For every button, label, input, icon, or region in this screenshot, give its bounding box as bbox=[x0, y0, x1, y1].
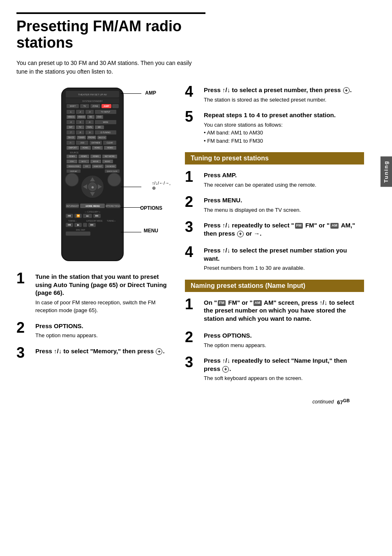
tuning-section-header: Tuning to preset stations bbox=[185, 152, 364, 164]
svg-text:·RETURN/EXIT: ·RETURN/EXIT bbox=[66, 205, 79, 207]
step-3-number: 3 bbox=[16, 345, 31, 360]
svg-text:TUNING –: TUNING – bbox=[68, 220, 77, 222]
step-5-content: Repeat steps 1 to 4 to preset another st… bbox=[204, 111, 364, 145]
svg-text:AMP: AMP bbox=[104, 105, 109, 107]
svg-text:MULTI N: MULTI N bbox=[99, 137, 105, 139]
svg-text:MUSIC: MUSIC bbox=[105, 160, 111, 162]
svg-point-108 bbox=[108, 173, 121, 186]
svg-text:2CH/: 2CH/ bbox=[70, 160, 74, 162]
step-1-number: 1 bbox=[16, 271, 31, 286]
remote-container: AMP ↑/↓/←/→,⊕ OPTIONS MENU bbox=[16, 86, 173, 264]
svg-text:⏭: ⏭ bbox=[95, 214, 99, 218]
svg-text:.1: .1 bbox=[70, 111, 71, 113]
naming-step-1: 1 On "FM FM" or "AM AM" screen, press ↑/… bbox=[185, 299, 364, 324]
naming-step-2-heading: Press OPTIONS. bbox=[204, 331, 364, 340]
tuning-step-1: 1 Press AMP. The receiver can be operate… bbox=[185, 171, 364, 189]
svg-text:GUI MODE: GUI MODE bbox=[106, 165, 115, 167]
svg-text:-/--: -/-- bbox=[69, 142, 72, 144]
svg-text:TUNER: TUNER bbox=[78, 137, 85, 139]
circle-plus-icon-3: + bbox=[237, 231, 244, 237]
svg-text:⊕: ⊕ bbox=[91, 185, 94, 189]
step-2-number: 2 bbox=[16, 320, 31, 335]
step-5-list-item-2: FM band: FM1 to FM30 bbox=[204, 137, 364, 145]
tuning-step-2-content: Press MENU. The menu is displayed on the… bbox=[204, 196, 364, 214]
svg-text:RESOLUTION: RESOLUTION bbox=[69, 165, 79, 167]
svg-text:CLEAR: CLEAR bbox=[106, 142, 113, 144]
svg-text:SHIFT: SHIFT bbox=[70, 105, 76, 107]
svg-text:MD: MD bbox=[98, 126, 101, 128]
svg-text:.7: .7 bbox=[70, 131, 71, 134]
svg-text:DVD: DVD bbox=[97, 116, 101, 118]
svg-text:MOVIE: MOVIE bbox=[93, 160, 99, 162]
label-amp: AMP bbox=[145, 90, 156, 96]
svg-text:SYSTEM STANDBY: SYSTEM STANDBY bbox=[82, 100, 103, 102]
svg-text:TUNING +: TUNING + bbox=[107, 220, 115, 222]
label-line-options bbox=[121, 207, 141, 208]
tuning-step-4: 4 Press ↑/↓ to select the preset number … bbox=[185, 246, 364, 272]
svg-text:HDMI1: HDMI1 bbox=[83, 147, 88, 149]
footer: continued 67GB bbox=[16, 398, 364, 405]
step-2-body: The option menu appears. bbox=[35, 331, 173, 340]
step-4-body: The station is stored as the selected pr… bbox=[204, 96, 364, 104]
svg-text:OPTIONS TOOLS: OPTIONS TOOLS bbox=[106, 205, 121, 207]
main-content: Presetting FM/AM radio stations You can … bbox=[0, 0, 380, 556]
label-line-menu bbox=[121, 232, 141, 232]
svg-text:.5: .5 bbox=[79, 121, 81, 123]
naming-step-1-heading: On "FM FM" or "AM AM" screen, press ↑/↓ … bbox=[204, 299, 364, 323]
step-1: 1 Tune in the station that you want to p… bbox=[16, 273, 173, 315]
svg-text:HDMI OUT: HDMI OUT bbox=[94, 165, 102, 167]
page-container: Tuning Presetting FM/AM radio stations Y… bbox=[0, 0, 392, 556]
svg-text:·HOME MENU: ·HOME MENU bbox=[85, 205, 100, 207]
tuning-step-2: 2 Press MENU. The menu is displayed on t… bbox=[185, 196, 364, 214]
svg-text:THEATER FM SET UP AV: THEATER FM SET UP AV bbox=[78, 93, 107, 96]
label-options: OPTIONS bbox=[140, 205, 162, 211]
naming-step-1-content: On "FM FM" or "AM AM" screen, press ↑/↓ … bbox=[204, 299, 364, 324]
naming-step-2-number: 2 bbox=[185, 330, 200, 345]
svg-text:HDMI4: HDMI4 bbox=[69, 155, 75, 158]
naming-step-3-body: The soft keyboard appears on the screen. bbox=[204, 374, 364, 382]
step-5: 5 Repeat steps 1 to 4 to preset another … bbox=[185, 111, 364, 145]
svg-text:BD: BD bbox=[90, 116, 92, 118]
tuning-step-1-body: The receiver can be operated using the r… bbox=[204, 181, 364, 189]
naming-step-2-content: Press OPTIONS. The option menu appears. bbox=[204, 331, 364, 349]
svg-text:SA-CD: SA-CD bbox=[68, 137, 74, 139]
step-3-content: Press ↑/↓ to select "Memory," then press… bbox=[35, 347, 173, 357]
circle-plus-icon-2: + bbox=[343, 87, 350, 94]
continued-text: continued bbox=[312, 399, 334, 405]
svg-text:.8: .8 bbox=[79, 131, 81, 134]
tuning-step-3-heading: Press ↑/↓ repeatedly to select "FM FM" o… bbox=[204, 221, 364, 237]
tuning-step-1-heading: Press AMP. bbox=[204, 171, 364, 179]
svg-text:.9: .9 bbox=[89, 131, 90, 134]
svg-text:HDMI5: HDMI5 bbox=[81, 155, 87, 158]
remote-svg: THEATER FM SET UP AV SYSTEM STANDBY SHIF… bbox=[53, 86, 131, 263]
svg-text:⏮: ⏮ bbox=[68, 214, 71, 218]
svg-text:SAT: SAT bbox=[69, 126, 73, 128]
label-line-amp bbox=[121, 93, 141, 94]
step-5-heading: Repeat steps 1 to 4 to preset another st… bbox=[204, 111, 364, 119]
remote-svg-wrapper: AMP ↑/↓/←/→,⊕ OPTIONS MENU bbox=[53, 86, 136, 264]
page-number: 67GB bbox=[337, 398, 350, 405]
svg-rect-143 bbox=[66, 232, 90, 236]
naming-step-2: 2 Press OPTIONS. The option menu appears… bbox=[185, 331, 364, 349]
naming-step-3: 3 Press ↑/↓ repeatedly to select "Name I… bbox=[185, 357, 364, 382]
step-4-number: 4 bbox=[185, 84, 200, 99]
svg-text:A.F.D.: A.F.D. bbox=[82, 160, 86, 162]
svg-text:CATEGORY MODE: CATEGORY MODE bbox=[86, 220, 103, 222]
svg-text:NET-WORK: NET-WORK bbox=[105, 155, 115, 158]
svg-text:VIDEO1: VIDEO1 bbox=[68, 116, 75, 118]
svg-text:TV INPUT: TV INPUT bbox=[101, 111, 111, 113]
svg-text:TAPE: TAPE bbox=[87, 126, 92, 128]
naming-step-1-number: 1 bbox=[185, 297, 200, 312]
step-4-heading: Press ↑/↓ to select a preset number, the… bbox=[204, 86, 364, 94]
tuning-step-1-content: Press AMP. The receiver can be operated … bbox=[204, 171, 364, 189]
svg-text:.4: .4 bbox=[70, 121, 71, 123]
svg-text:— CATEGORY +: — CATEGORY + bbox=[85, 211, 100, 213]
svg-text:.0/10: .0/10 bbox=[80, 142, 85, 144]
naming-step-3-heading: Press ↑/↓ repeatedly to select "Name Inp… bbox=[204, 357, 364, 373]
svg-text:VIDEO2: VIDEO2 bbox=[78, 116, 85, 118]
side-tab: Tuning bbox=[380, 156, 392, 187]
svg-text:D.TUNING: D.TUNING bbox=[101, 131, 111, 134]
svg-point-107 bbox=[65, 173, 78, 186]
step-3-heading: Press ↑/↓ to select "Memory," then press… bbox=[35, 347, 173, 355]
naming-step-2-body: The option menu appears. bbox=[204, 341, 364, 350]
